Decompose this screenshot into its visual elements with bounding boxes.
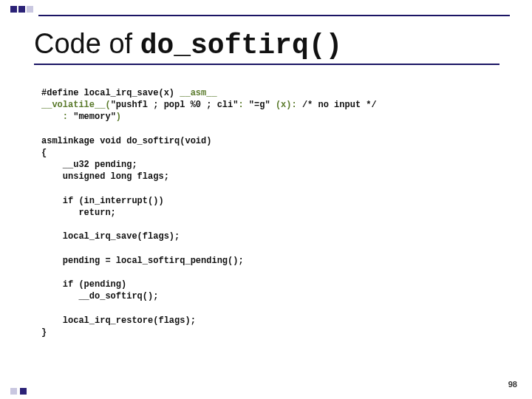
code-block: #define local_irq_save(x) __asm__ __vola… bbox=[41, 87, 510, 338]
title-mono: do_softirq() bbox=[140, 30, 343, 61]
corner-decoration bbox=[10, 6, 35, 13]
top-rule bbox=[38, 15, 510, 16]
bottom-decoration bbox=[10, 388, 28, 395]
title-underline bbox=[34, 64, 499, 65]
title-prefix: Code of bbox=[34, 28, 140, 59]
page-number: 98 bbox=[508, 380, 517, 389]
slide-title: Code of do_softirq() bbox=[34, 28, 342, 61]
